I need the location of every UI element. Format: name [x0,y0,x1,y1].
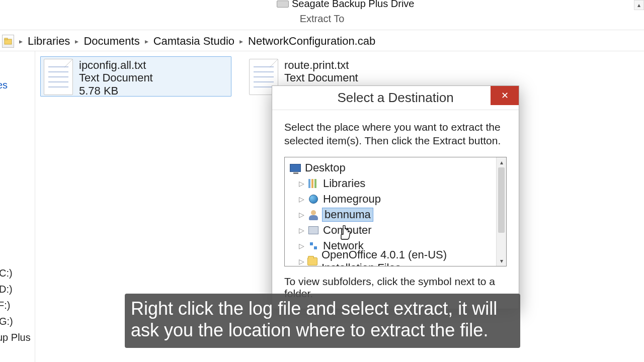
tree-label: Homegroup [322,193,382,206]
chevron-right-icon[interactable]: ▸ [237,37,245,45]
drive-icon [277,1,289,8]
file-type: Text Document [79,71,153,84]
ribbon: Extract To [0,11,644,30]
nav-drive-d[interactable]: D:) [0,284,13,295]
nav-link-fragment[interactable]: es [0,79,8,91]
scroll-up-icon[interactable]: ▴ [497,157,506,167]
ribbon-tab-extract-to[interactable]: Extract To [0,11,644,25]
folder-icon [307,257,317,265]
tree-label: bennuma [322,208,373,222]
chevron-right-icon[interactable]: ▸ [17,37,25,45]
tree-node-openoffice[interactable]: ▷ OpenOffice 4.0.1 (en-US) Installation … [299,254,494,266]
desktop-icon [290,164,301,172]
folder-icon[interactable] [2,35,14,48]
file-type: Text Document [284,71,358,84]
navigation-pane[interactable]: es C:) D:) F:) G:) ckup Plus [0,51,35,362]
libraries-icon [308,179,318,188]
file-name: ipconfig.all.txt [79,59,153,71]
nav-drive-g[interactable]: G:) [0,316,13,327]
nav-drive-c[interactable]: C:) [0,267,13,279]
tree-node-computer[interactable]: ▷ Computer [299,223,494,238]
dialog-titlebar[interactable]: Select a Destination ✕ [272,86,519,110]
nav-drive-f[interactable]: F:) [0,300,10,311]
chevron-right-icon[interactable]: ▸ [143,37,150,45]
drive-name: Seagate Backup Plus Drive [292,0,414,10]
tree-scrollbar[interactable]: ▴ ▾ [496,157,506,266]
chevron-right-icon[interactable]: ▸ [73,37,80,45]
file-item[interactable]: ipconfig.all.txt Text Document 5.78 KB [40,56,231,97]
homegroup-icon [309,195,318,204]
dialog-instruction: Select the place where you want to extra… [284,120,507,148]
scroll-down-icon[interactable]: ▾ [497,256,506,266]
tutorial-caption: Right click the log file and select extr… [125,294,520,348]
tree-node-user[interactable]: ▷ bennuma [299,207,494,223]
tree-label: Computer [322,224,373,237]
close-button[interactable]: ✕ [491,86,519,105]
close-icon: ✕ [501,90,509,101]
scroll-up-button[interactable]: ▴ [634,0,644,10]
user-icon [309,210,318,219]
computer-icon [308,226,318,234]
expand-icon[interactable]: ▷ [299,226,305,234]
tree-node-libraries[interactable]: ▷ Libraries [299,176,494,192]
expand-icon[interactable]: ▷ [299,179,305,188]
expand-icon[interactable]: ▷ [299,211,305,219]
breadcrumb-libraries[interactable]: Libraries [25,33,73,50]
select-destination-dialog: Select a Destination ✕ Select the place … [272,85,519,309]
file-name: route.print.txt [284,59,358,71]
tree-node-desktop[interactable]: Desktop [290,160,494,176]
external-drive-label: Seagate Backup Plus Drive [277,0,414,10]
folder-tree[interactable]: Desktop ▷ Libraries ▷ Homegroup ▷ [284,157,507,266]
svg-rect-1 [5,38,8,40]
breadcrumb-camtasia[interactable]: Camtasia Studio [150,33,237,50]
tree-label: Libraries [322,177,366,190]
breadcrumb-documents[interactable]: Documents [80,33,142,50]
expand-icon[interactable]: ▷ [299,257,304,265]
tree-label: OpenOffice 4.0.1 (en-US) Installation Fi… [320,248,494,266]
tree-label: Desktop [304,161,347,174]
network-icon [309,241,318,250]
scrollbar-thumb[interactable] [498,167,505,233]
file-size: 5.78 KB [79,84,153,97]
expand-icon[interactable]: ▷ [299,242,305,250]
text-file-icon [44,59,73,95]
nav-backup-plus[interactable]: ckup Plus [0,332,31,343]
expand-icon[interactable]: ▷ [299,195,305,203]
breadcrumb-file[interactable]: NetworkConfiguration.cab [245,33,378,50]
tree-node-homegroup[interactable]: ▷ Homegroup [299,192,494,207]
address-bar[interactable]: ▸ Libraries ▸ Documents ▸ Camtasia Studi… [0,31,644,51]
dialog-title: Select a Destination [337,90,453,106]
